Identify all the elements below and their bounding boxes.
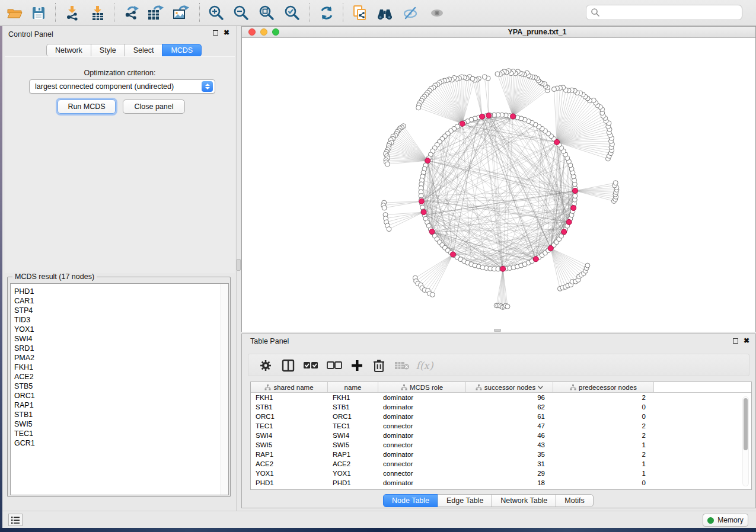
task-history-button[interactable] [8,514,23,526]
close-window-icon[interactable] [248,28,256,36]
tab-mcds[interactable]: MCDS [162,44,202,57]
float-table-panel-icon[interactable] [733,338,738,344]
mcds-result-item[interactable]: FKH1 [11,363,228,372]
mcds-result-item[interactable]: ORC1 [11,391,228,400]
column-header-name[interactable]: name [328,382,378,392]
table-row[interactable]: FKH1FKH1dominator962 [251,393,751,402]
splitter-handle[interactable] [236,259,241,271]
first-neighbors-icon[interactable] [375,4,395,22]
function-builder-icon[interactable]: f(x) [416,357,433,374]
apply-layout-icon[interactable] [317,4,337,22]
table-row[interactable]: ACE2ACE2connector311 [251,459,751,469]
mcds-result-item[interactable]: TID3 [11,315,228,325]
zoom-fit-icon[interactable] [257,4,277,22]
delete-table-icon[interactable] [393,357,411,374]
show-all-icon[interactable] [427,4,447,22]
network-hub-node[interactable] [511,114,516,119]
tab-motifs[interactable]: Motifs [556,494,593,507]
network-hub-node[interactable] [450,252,455,257]
network-hub-node[interactable] [419,198,424,204]
network-hub-node[interactable] [533,257,538,262]
table-scrollbar[interactable] [742,396,749,486]
network-hub-node[interactable] [421,210,426,215]
mcds-result-item[interactable]: ACE2 [11,372,228,382]
tab-style[interactable]: Style [91,44,125,57]
network-hub-node[interactable] [562,229,567,235]
tab-network-table[interactable]: Network Table [492,494,556,507]
mcds-result-item[interactable]: CAR1 [11,296,228,306]
zoom-in-icon[interactable] [206,4,227,22]
search-input[interactable] [586,5,742,20]
select-all-icon[interactable] [302,357,320,374]
list-scrollbar[interactable] [221,284,228,495]
table-settings-icon[interactable] [257,357,275,374]
export-network-icon[interactable] [122,4,142,22]
mcds-result-item[interactable]: STP4 [11,306,228,315]
tab-select[interactable]: Select [125,44,163,57]
copy-network-icon[interactable] [350,4,370,22]
mcds-result-item[interactable]: SRD1 [11,344,228,353]
network-hub-node[interactable] [500,266,506,271]
table-row[interactable]: RAP1RAP1dominator352 [251,450,751,459]
network-hub-node[interactable] [572,188,578,193]
network-hub-node[interactable] [571,206,576,211]
network-hub-node[interactable] [486,113,492,118]
column-header-shared-name[interactable]: shared name [251,382,328,392]
network-hub-node[interactable] [460,121,465,126]
zoom-selected-icon[interactable] [282,4,302,22]
import-network-icon[interactable] [62,4,82,22]
table-row[interactable]: SWI5SWI5connector431 [251,440,751,450]
mcds-result-item[interactable]: PHD1 [11,287,228,296]
network-hub-node[interactable] [479,114,484,119]
unselect-all-icon[interactable] [326,357,343,374]
column-header-predecessor-nodes[interactable]: predecessor nodes [553,382,654,392]
mcds-result-item[interactable]: YOX1 [11,325,228,334]
tab-network[interactable]: Network [46,44,91,57]
network-canvas[interactable] [242,38,755,332]
minimize-window-icon[interactable] [260,28,267,36]
memory-button[interactable]: Memory [703,514,748,527]
zoom-out-icon[interactable] [231,4,251,22]
tab-node-table[interactable]: Node Table [383,494,438,507]
network-hub-node[interactable] [425,158,430,164]
run-mcds-button[interactable]: Run MCDS [58,100,116,114]
mcds-result-item[interactable]: GCR1 [11,438,228,448]
float-panel-icon[interactable] [213,30,218,36]
close-panel-button[interactable]: Close panel [123,100,185,114]
split-columns-icon[interactable] [279,357,297,374]
table-row[interactable]: STB1STB1dominator620 [251,402,751,412]
table-row[interactable]: TEC1TEC1connector472 [251,421,751,431]
network-hub-node[interactable] [429,229,435,234]
column-header-successor-nodes[interactable]: successor nodes [466,382,553,392]
table-scrollbar-thumb[interactable] [744,398,748,450]
mcds-result-item[interactable]: STB5 [11,382,228,391]
save-session-icon[interactable] [28,4,49,22]
node-table[interactable]: shared namenameMCDS rolesuccessor nodesp… [250,382,752,490]
mcds-result-item[interactable]: SWI5 [11,419,228,429]
hide-selected-icon[interactable] [400,4,420,22]
export-table-icon[interactable] [145,4,165,22]
close-panel-icon[interactable]: ✖ [224,30,229,36]
horizontal-splitter-grip[interactable] [494,329,501,332]
import-table-icon[interactable] [88,4,108,22]
maximize-window-icon[interactable] [272,28,279,36]
mcds-result-item[interactable]: TEC1 [11,429,228,438]
mcds-result-item[interactable]: RAP1 [11,400,228,410]
close-table-panel-icon[interactable]: ✖ [744,338,749,344]
column-header-mcds-role[interactable]: MCDS role [378,382,466,392]
network-hub-node[interactable] [554,139,560,145]
optimization-criterion-select[interactable]: largest connected component (undirected) [29,79,215,94]
network-hub-node[interactable] [566,219,572,225]
mcds-result-item[interactable]: SWI4 [11,334,228,344]
table-row[interactable]: SWI4SWI4dominator462 [251,431,751,440]
tab-edge-table[interactable]: Edge Table [438,494,492,507]
table-row[interactable]: ORC1ORC1dominator610 [251,412,751,421]
mcds-result-item[interactable]: PMA2 [11,353,228,363]
network-hub-node[interactable] [548,246,553,251]
open-session-icon[interactable] [5,4,25,22]
mcds-result-item[interactable]: STB1 [11,410,228,419]
table-row[interactable]: YOX1YOX1connector291 [251,469,751,478]
delete-row-icon[interactable] [370,357,388,374]
export-image-icon[interactable] [171,4,191,22]
table-row[interactable]: PHD1PHD1dominator180 [251,478,751,488]
